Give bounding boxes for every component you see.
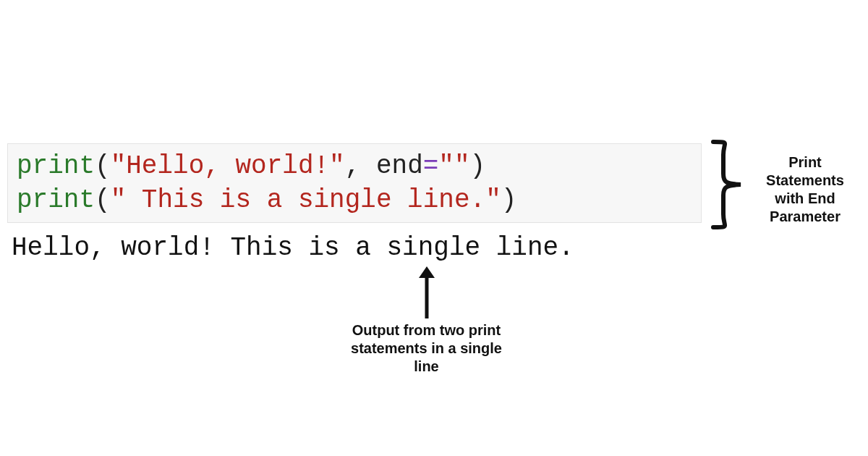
token-comma: , — [345, 151, 376, 181]
annotation-right: Print Statements with End Parameter — [751, 153, 859, 226]
token-equals: = — [423, 151, 439, 181]
token-func: print — [17, 151, 95, 181]
token-string-empty: "" — [438, 151, 469, 181]
token-close-paren: ) — [501, 185, 517, 215]
curly-brace-icon — [709, 139, 745, 230]
token-close-paren: ) — [470, 151, 486, 181]
token-kwarg-end: end — [376, 151, 423, 181]
output-text: Hello, world! This is a single line. — [12, 233, 574, 263]
token-open-paren: ( — [95, 151, 111, 181]
token-open-paren: ( — [95, 185, 111, 215]
code-block: print("Hello, world!", end="") print(" T… — [7, 143, 702, 223]
code-line-2: print(" This is a single line.") — [17, 185, 516, 215]
code-line-1: print("Hello, world!", end="") — [17, 151, 485, 181]
token-func: print — [17, 185, 95, 215]
token-string: " This is a single line." — [111, 185, 501, 215]
diagram-canvas: print("Hello, world!", end="") print(" T… — [0, 0, 868, 456]
arrow-up-icon — [417, 266, 437, 318]
svg-marker-1 — [419, 266, 435, 278]
annotation-bottom: Output from two print statements in a si… — [349, 321, 504, 376]
token-string: "Hello, world!" — [111, 151, 345, 181]
